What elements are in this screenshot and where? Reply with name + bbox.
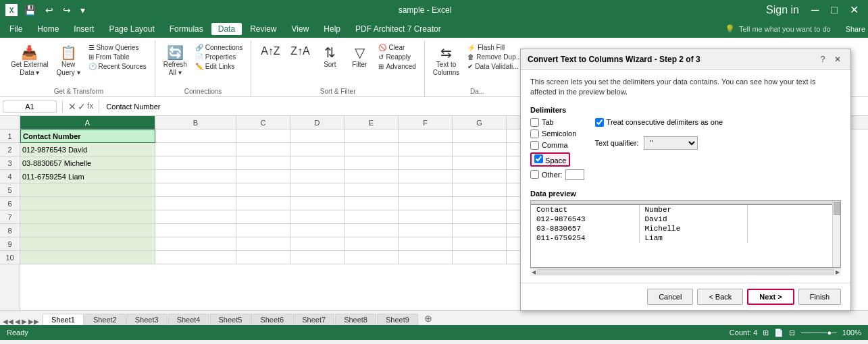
other-input[interactable] bbox=[565, 169, 584, 180]
col-header-c[interactable]: C bbox=[236, 116, 290, 129]
cell-e3[interactable] bbox=[344, 156, 399, 170]
cell-e7[interactable] bbox=[344, 210, 399, 224]
cell-g8[interactable] bbox=[453, 224, 507, 237]
refresh-all-button[interactable]: 🔄 RefreshAll ▾ bbox=[161, 43, 190, 78]
cell-g1[interactable] bbox=[453, 130, 507, 143]
function-btn[interactable]: fx bbox=[87, 101, 93, 112]
cell-f4[interactable] bbox=[399, 170, 453, 183]
sheet-tab-sheet1[interactable]: Sheet1 bbox=[43, 314, 84, 325]
preview-scroll-thumb[interactable] bbox=[834, 202, 840, 215]
col-header-f[interactable]: F bbox=[399, 116, 453, 129]
confirm-formula-btn[interactable]: ✓ bbox=[78, 101, 86, 112]
tell-me[interactable]: Tell me what you want to do bbox=[739, 25, 831, 33]
advanced-button[interactable]: ⊞Advanced bbox=[376, 62, 418, 71]
customize-icon[interactable]: ▾ bbox=[78, 3, 88, 17]
filter-button[interactable]: ▽ Filter bbox=[346, 43, 373, 70]
cell-b4[interactable] bbox=[155, 170, 236, 183]
data-validation-button[interactable]: ✔Data Validati... bbox=[465, 62, 524, 71]
tab-nav-first[interactable]: ◀◀ bbox=[3, 318, 14, 325]
col-header-a[interactable]: A bbox=[20, 116, 155, 129]
cell-d1[interactable] bbox=[290, 130, 344, 143]
redo-icon[interactable]: ↪ bbox=[60, 3, 74, 17]
sheet-tab-sheet2[interactable]: Sheet2 bbox=[84, 314, 126, 325]
sort-za-button[interactable]: Z↑A bbox=[286, 43, 313, 59]
cell-d9[interactable] bbox=[290, 237, 344, 251]
menu-home[interactable]: Home bbox=[30, 23, 66, 35]
cell-e1[interactable] bbox=[344, 130, 399, 143]
cell-c7[interactable] bbox=[236, 210, 290, 224]
semicolon-checkbox[interactable] bbox=[530, 130, 539, 138]
dialog-close-button[interactable]: ✕ bbox=[832, 53, 844, 65]
recent-sources-button[interactable]: 🕐 Recent Sources bbox=[86, 62, 149, 71]
cell-e8[interactable] bbox=[344, 224, 399, 237]
name-box[interactable] bbox=[3, 101, 57, 113]
sheet-tab-sheet9[interactable]: Sheet9 bbox=[377, 314, 418, 325]
back-button[interactable]: < Back bbox=[697, 289, 743, 305]
treat-consecutive-checkbox[interactable] bbox=[595, 118, 604, 127]
menu-view[interactable]: View bbox=[285, 23, 316, 35]
cell-g4[interactable] bbox=[453, 170, 507, 183]
sheet-tab-sheet6[interactable]: Sheet6 bbox=[251, 314, 292, 325]
sheet-tab-sheet8[interactable]: Sheet8 bbox=[335, 314, 376, 325]
sort-az-button[interactable]: A↑Z bbox=[257, 43, 284, 59]
scroll-track[interactable] bbox=[537, 269, 834, 275]
cell-a1[interactable]: Contact Number bbox=[20, 130, 155, 143]
cell-g9[interactable] bbox=[453, 237, 507, 251]
cell-f3[interactable] bbox=[399, 156, 453, 170]
cell-a7[interactable] bbox=[20, 210, 155, 224]
cell-b3[interactable] bbox=[155, 156, 236, 170]
normal-view-btn[interactable]: ⊞ bbox=[763, 328, 769, 337]
cell-g6[interactable] bbox=[453, 197, 507, 210]
finish-button[interactable]: Finish bbox=[798, 289, 841, 305]
share-button[interactable]: Share bbox=[846, 25, 865, 33]
cell-c3[interactable] bbox=[236, 156, 290, 170]
preview-scrollbar-horizontal[interactable]: ◀ ▶ bbox=[530, 268, 841, 276]
cell-f8[interactable] bbox=[399, 224, 453, 237]
clear-button[interactable]: 🚫Clear bbox=[376, 43, 418, 52]
menu-data[interactable]: Data bbox=[211, 23, 242, 35]
show-queries-button[interactable]: ☰ Show Queries bbox=[86, 43, 149, 52]
sign-in-button[interactable]: Sign in bbox=[762, 3, 803, 17]
remove-duplicates-button[interactable]: 🗑Remove Dup... bbox=[465, 53, 524, 61]
col-header-g[interactable]: G bbox=[453, 116, 507, 129]
text-qualifier-select[interactable]: " ' {none} bbox=[644, 136, 698, 150]
col-header-b[interactable]: B bbox=[155, 116, 236, 129]
new-query-button[interactable]: 📋 NewQuery ▾ bbox=[54, 43, 83, 78]
cell-f7[interactable] bbox=[399, 210, 453, 224]
cell-f9[interactable] bbox=[399, 237, 453, 251]
cell-a5[interactable] bbox=[20, 183, 155, 197]
cell-g5[interactable] bbox=[453, 183, 507, 197]
next-button[interactable]: Next > bbox=[747, 289, 794, 305]
other-checkbox[interactable] bbox=[530, 170, 539, 179]
menu-formulas[interactable]: Formulas bbox=[163, 23, 210, 35]
properties-button[interactable]: 📄 Properties bbox=[193, 53, 246, 61]
menu-help[interactable]: Help bbox=[317, 23, 347, 35]
cancel-formula-btn[interactable]: ✕ bbox=[68, 101, 76, 112]
cell-d10[interactable] bbox=[290, 251, 344, 264]
cell-d5[interactable] bbox=[290, 183, 344, 197]
sheet-tab-sheet4[interactable]: Sheet4 bbox=[168, 314, 209, 325]
cell-b10[interactable] bbox=[155, 251, 236, 264]
page-layout-btn[interactable]: 📄 bbox=[774, 328, 784, 337]
cell-c5[interactable] bbox=[236, 183, 290, 197]
menu-pdf[interactable]: PDF Architect 7 Creator bbox=[349, 23, 448, 35]
tab-nav-prev[interactable]: ◀ bbox=[15, 318, 20, 325]
cell-c9[interactable] bbox=[236, 237, 290, 251]
cell-b6[interactable] bbox=[155, 197, 236, 210]
cell-f2[interactable] bbox=[399, 143, 453, 156]
undo-icon[interactable]: ↩ bbox=[43, 3, 56, 17]
add-sheet-button[interactable]: ⊕ bbox=[419, 312, 438, 325]
cell-c10[interactable] bbox=[236, 251, 290, 264]
page-break-btn[interactable]: ⊟ bbox=[789, 328, 795, 337]
cell-b9[interactable] bbox=[155, 237, 236, 251]
menu-page-layout[interactable]: Page Layout bbox=[102, 23, 161, 35]
cell-c1[interactable] bbox=[236, 130, 290, 143]
cell-a3[interactable]: 03-8830657 Michelle bbox=[20, 156, 155, 170]
menu-review[interactable]: Review bbox=[243, 23, 283, 35]
minimize-button[interactable]: ─ bbox=[807, 3, 823, 17]
comma-checkbox[interactable] bbox=[530, 141, 539, 150]
cell-e10[interactable] bbox=[344, 251, 399, 264]
sort-button[interactable]: ⇅ Sort bbox=[316, 43, 343, 70]
cell-b7[interactable] bbox=[155, 210, 236, 224]
cell-b1[interactable] bbox=[155, 130, 236, 143]
